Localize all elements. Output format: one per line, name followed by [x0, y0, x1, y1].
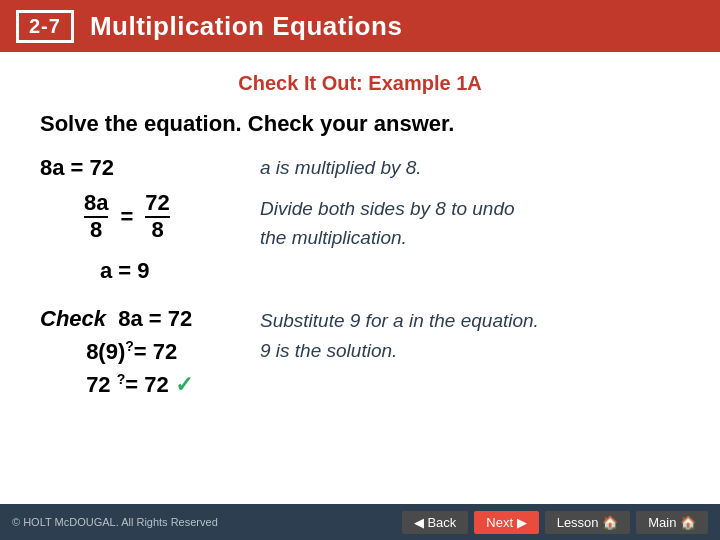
step-1-row: 8a = 72 a is multiplied by 8. — [40, 155, 680, 181]
check-line2-value: 8(9) — [86, 339, 125, 364]
step-1-description: a is multiplied by 8. — [260, 155, 422, 179]
check-desc-line2: 9 is the solution. — [260, 336, 539, 366]
copyright-text: © HOLT McDOUGAL. All Rights Reserved — [12, 516, 218, 528]
main-button[interactable]: Main 🏠 — [636, 511, 708, 534]
fraction-equals: = — [120, 204, 133, 230]
left-frac-numerator: 8a — [84, 191, 108, 218]
check-header-line: Check 8a = 72 — [40, 302, 260, 335]
back-button[interactable]: ◀ Back — [402, 511, 469, 534]
left-fraction: 8a 8 — [84, 191, 108, 242]
step-1-math: 8a = 72 — [40, 155, 260, 181]
header-title: Multiplication Equations — [90, 11, 402, 42]
check-superscript3: ? — [117, 371, 126, 387]
next-button[interactable]: Next ▶ — [474, 511, 538, 534]
left-frac-denominator: 8 — [90, 218, 102, 242]
check-line2-row: 8(9)?= 72 — [40, 335, 260, 368]
check-line3-end: = 72 — [125, 372, 168, 397]
lesson-button[interactable]: Lesson 🏠 — [545, 511, 631, 534]
fraction-desc-line2: the multiplication. — [260, 224, 515, 253]
check-line1: 8a = 72 — [118, 306, 192, 331]
right-fraction: 72 8 — [145, 191, 169, 242]
fraction-step-row: 8a 8 = 72 8 Divide both sides by 8 to un… — [40, 191, 680, 252]
fraction-line: 8a 8 = 72 8 — [40, 191, 260, 242]
solve-header: Solve the equation. Check your answer. — [40, 111, 680, 137]
check-description: Substitute 9 for a in the equation. 9 is… — [260, 302, 539, 367]
check-superscript2: ? — [125, 338, 134, 354]
step-1-equation: 8a = 72 — [40, 155, 114, 180]
main-content: Check It Out: Example 1A Solve the equat… — [0, 52, 720, 411]
footer-nav: ◀ Back Next ▶ Lesson 🏠 Main 🏠 — [402, 511, 708, 534]
check-label: Check — [40, 306, 106, 331]
check-section: Check 8a = 72 8(9)?= 72 72 ?= 72 ✓ Subst… — [40, 302, 680, 401]
header: 2-7 Multiplication Equations — [0, 0, 720, 52]
fraction-description: Divide both sides by 8 to undo the multi… — [260, 191, 515, 252]
right-frac-denominator: 8 — [151, 218, 163, 242]
check-line2-end: = 72 — [134, 339, 177, 364]
fraction-math-block: 8a 8 = 72 8 — [40, 191, 260, 242]
result-math: a = 9 — [100, 258, 680, 284]
checkmark-icon: ✓ — [175, 372, 193, 397]
right-frac-numerator: 72 — [145, 191, 169, 218]
fraction-desc-line1: Divide both sides by 8 to undo — [260, 195, 515, 224]
lesson-badge: 2-7 — [16, 10, 74, 43]
check-desc-line1: Substitute 9 for a in the equation. — [260, 306, 539, 336]
check-math-block: Check 8a = 72 8(9)?= 72 72 ?= 72 ✓ — [40, 302, 260, 401]
footer: © HOLT McDOUGAL. All Rights Reserved ◀ B… — [0, 504, 720, 540]
check-it-out-label: Check It Out: Example 1A — [40, 72, 680, 95]
check-line3-row: 72 ?= 72 ✓ — [40, 368, 260, 401]
check-line3-value: 72 — [86, 372, 110, 397]
